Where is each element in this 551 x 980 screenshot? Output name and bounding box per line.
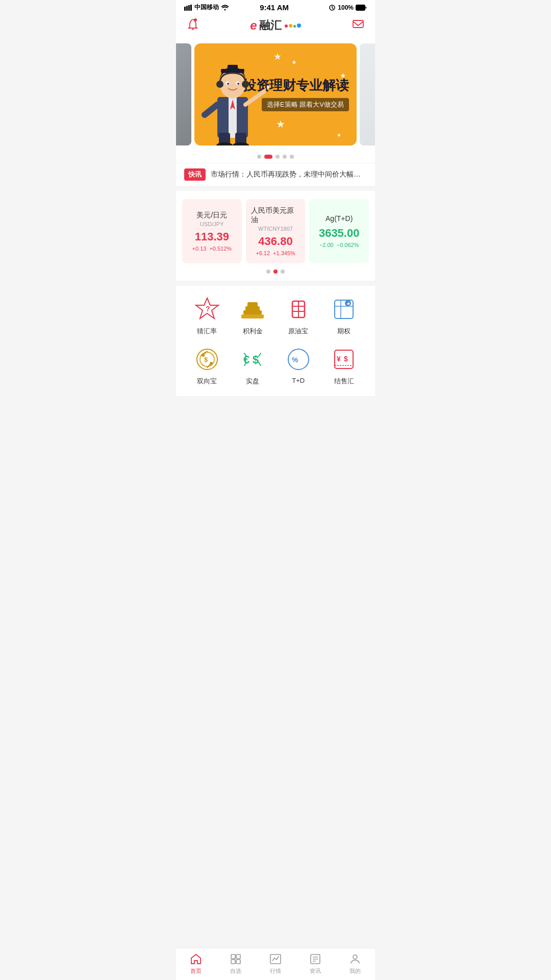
menu-label-gold: 积利金: [243, 327, 263, 336]
market-change2a: +6.12: [256, 250, 270, 256]
market-dot-1[interactable]: [266, 270, 270, 274]
svg-text:★: ★: [346, 301, 350, 306]
svg-rect-2: [188, 5, 190, 11]
options-icon: ★: [331, 296, 357, 323]
status-time: 9:41 AM: [260, 3, 289, 12]
menu-item-td[interactable]: % T+D: [276, 346, 321, 386]
market-price-1: 113.39: [195, 230, 229, 243]
market-change-1: +0.13 +0.512%: [192, 246, 232, 252]
svg-point-31: [233, 142, 249, 145]
market-change-3: −2.00 −0.062%: [319, 242, 359, 248]
banner-dot-4[interactable]: [283, 155, 287, 159]
status-left: 中国移动: [184, 3, 229, 12]
svg-rect-7: [356, 5, 364, 10]
banner-section[interactable]: ★ ★ ★ ★ ★ ★: [176, 39, 375, 163]
live-icon: € $: [239, 346, 266, 373]
news-badge: 快讯: [184, 168, 206, 181]
market-change2b: +1.345%: [273, 250, 295, 256]
menu-label-live: 实盘: [246, 377, 259, 386]
banner-side-right: [360, 43, 375, 145]
app-header: e 融汇: [176, 14, 375, 39]
svg-text:€: €: [243, 353, 249, 366]
banner-main[interactable]: ★ ★ ★ ★ ★ ★: [194, 43, 357, 145]
news-text: 市场行情：人民币再现跌势，未理中间价大幅上调到...: [211, 170, 367, 179]
carrier-label: 中国移动: [194, 3, 219, 12]
menu-item-dual[interactable]: $ 双向宝: [184, 346, 230, 386]
logo-name: 融汇: [259, 18, 282, 33]
dual-icon: $: [194, 346, 220, 373]
menu-grid: ? 猜汇率 积利金: [184, 296, 367, 386]
menu-label-guess-rate: 猜汇率: [197, 327, 217, 336]
market-change3a: −2.00: [319, 242, 334, 248]
logo-e-letter: e: [250, 18, 257, 33]
notification-icon[interactable]: [186, 18, 199, 33]
market-cards: 美元/日元 USD/JPY 113.39 +0.13 +0.512% 人民币美元…: [176, 199, 375, 263]
menu-item-options[interactable]: ★ 期权: [321, 296, 367, 336]
svg-rect-1: [186, 6, 188, 11]
banner-dot-3[interactable]: [276, 155, 280, 159]
gold-icon: [239, 296, 266, 323]
menu-item-exchange[interactable]: ¥ $ 结售汇: [321, 346, 367, 386]
svg-text:%: %: [292, 356, 298, 364]
menu-label-dual: 双向宝: [197, 377, 217, 386]
market-code-1: USD/JPY: [200, 221, 223, 227]
market-card-ag[interactable]: Ag(T+D) 3635.00 −2.00 −0.062%: [309, 199, 369, 263]
banner-dot-5[interactable]: [290, 155, 294, 159]
svg-rect-16: [228, 65, 238, 70]
market-card-oil[interactable]: 人民币美元原油 WTICNY1807 436.80 +6.12 +1.345%: [246, 199, 306, 263]
svg-rect-36: [247, 302, 258, 307]
market-dot-3[interactable]: [281, 270, 285, 274]
svg-line-25: [245, 87, 266, 105]
market-change3b: −0.062%: [337, 242, 359, 248]
news-ticker[interactable]: 快讯 市场行情：人民币再现跌势，未理中间价大幅上调到...: [176, 163, 375, 186]
menu-label-crude-oil: 原油宝: [288, 327, 308, 336]
svg-rect-3: [190, 5, 192, 11]
market-dot-2[interactable]: [273, 270, 278, 274]
market-price-3: 3635.00: [319, 227, 360, 240]
svg-point-24: [242, 81, 249, 88]
banner-side-left: [176, 43, 191, 145]
svg-point-21: [227, 83, 229, 85]
menu-section: ? 猜汇率 积利金: [176, 286, 375, 396]
svg-point-22: [237, 83, 239, 85]
svg-point-50: [202, 354, 205, 357]
app-logo: e 融汇: [250, 18, 300, 33]
banner-dots: [176, 150, 375, 163]
banner-character: [199, 54, 266, 145]
svg-point-54: [288, 349, 309, 370]
battery-label: 100%: [338, 4, 354, 11]
market-code-2: WTICNY1807: [258, 226, 293, 232]
market-card-usdjpy[interactable]: 美元/日元 USD/JPY 113.39 +0.13 +0.512%: [182, 199, 242, 263]
menu-item-guess-rate[interactable]: ? 猜汇率: [184, 296, 230, 336]
menu-label-td: T+D: [292, 377, 305, 384]
message-icon[interactable]: [352, 18, 365, 33]
market-name-3: Ag(T+D): [325, 214, 353, 223]
menu-item-crude-oil[interactable]: 原油宝: [276, 296, 321, 336]
svg-point-51: [210, 362, 213, 365]
banner-subtitle: 选择E策略 跟着大V做交易: [262, 98, 349, 111]
market-change1a: +0.13: [192, 246, 207, 252]
svg-point-23: [216, 81, 223, 88]
logo-decoration: [285, 23, 301, 28]
market-change-2: +6.12 +1.345%: [256, 250, 295, 256]
status-bar: 中国移动 9:41 AM 100%: [176, 0, 375, 14]
banner-wrapper: ★ ★ ★ ★ ★ ★: [176, 39, 375, 150]
guess-rate-icon: ?: [194, 296, 220, 323]
market-name-2: 人民币美元原油: [251, 206, 300, 225]
banner-dot-2[interactable]: [264, 155, 272, 159]
banner-dot-1[interactable]: [257, 155, 261, 159]
market-name-1: 美元/日元: [196, 211, 227, 220]
menu-item-live[interactable]: € $ 实盘: [230, 346, 276, 386]
crude-oil-icon: [285, 296, 312, 323]
svg-rect-37: [241, 314, 264, 318]
svg-rect-0: [184, 7, 186, 11]
menu-label-exchange: 结售汇: [334, 377, 354, 386]
svg-line-27: [205, 105, 217, 115]
svg-point-8: [192, 29, 194, 30]
status-right: 100%: [319, 4, 367, 11]
svg-text:?: ?: [206, 305, 210, 313]
svg-rect-10: [353, 20, 363, 28]
svg-text:$: $: [344, 355, 348, 363]
menu-item-gold[interactable]: 积利金: [230, 296, 276, 336]
market-dots: [176, 263, 375, 281]
